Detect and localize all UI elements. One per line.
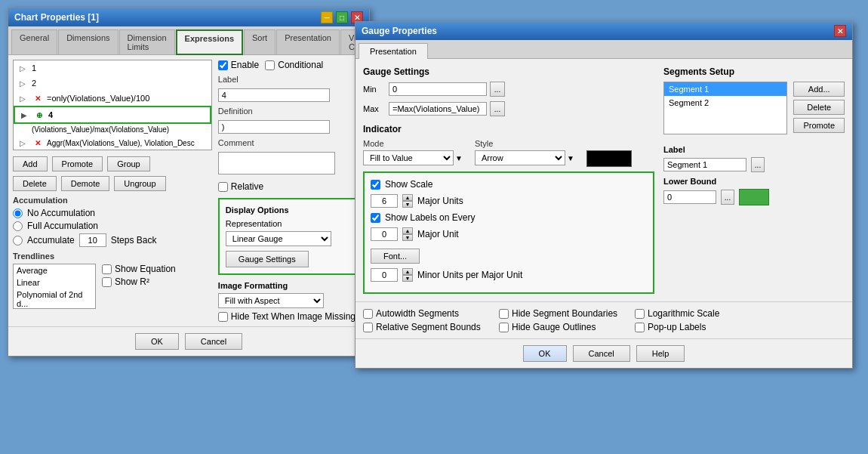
font-button[interactable]: Font... — [371, 249, 420, 264]
gauge-tab-presentation[interactable]: Presentation — [359, 43, 428, 59]
trendlines-area: Average Linear Polynomial of 2nd d... Sh… — [13, 264, 212, 309]
segment-delete-button[interactable]: Delete — [793, 100, 845, 115]
delete-button[interactable]: Delete — [13, 176, 57, 191]
segment-label-title: Label — [663, 145, 845, 154]
segment-item-2[interactable]: Segment 2 — [664, 96, 786, 110]
tab-dimension-limits[interactable]: Dimension Limits — [119, 29, 175, 54]
tab-sort[interactable]: Sort — [244, 29, 275, 54]
accumulate-radio[interactable] — [13, 236, 23, 246]
segments-list[interactable]: Segment 1 Segment 2 — [663, 82, 787, 134]
expr-item-6[interactable]: ▷ ✕ Aggr(Max(Violations_Value), Violatio… — [14, 135, 211, 150]
trend-item-poly[interactable]: Polynomial of 2nd d... — [14, 289, 95, 309]
max-input[interactable] — [389, 102, 487, 116]
segment-add-button[interactable]: Add... — [793, 82, 845, 97]
chart-cancel-button[interactable]: Cancel — [185, 333, 242, 350]
definition-input[interactable] — [218, 120, 330, 134]
gauge-cancel-button[interactable]: Cancel — [573, 345, 630, 362]
add-button[interactable]: Add — [13, 156, 48, 171]
demote-button[interactable]: Demote — [61, 176, 110, 191]
relative-segment-bounds-checkbox[interactable] — [363, 323, 373, 332]
minimize-button[interactable]: ─ — [321, 11, 333, 23]
autowidth-segments-checkbox[interactable] — [363, 309, 373, 319]
hide-text-checkbox[interactable] — [218, 312, 228, 322]
gauge-close-button[interactable]: ✕ — [834, 25, 846, 37]
show-scale-label: Show Scale — [385, 179, 432, 190]
image-fill-select[interactable]: Fill with Aspect — [218, 293, 324, 308]
comment-row: Comment — [218, 138, 365, 147]
label-input[interactable] — [218, 88, 330, 102]
hide-segment-boundaries-label: Hide Segment Boundaries — [512, 308, 617, 319]
trend-item-linear[interactable]: Linear — [14, 276, 95, 289]
gauge-settings-button[interactable]: Gauge Settings — [226, 251, 309, 267]
expand-icon-1[interactable]: ▷ — [17, 62, 29, 74]
relative-checkbox[interactable] — [218, 182, 228, 192]
major-unit-down[interactable]: ▼ — [402, 234, 413, 241]
major-unit-up[interactable]: ▲ — [402, 227, 413, 234]
enable-checkbox[interactable] — [218, 60, 228, 70]
trend-item-average[interactable]: Average — [14, 264, 95, 276]
expr-item-3[interactable]: ▷ ✕ =only(Violations_Value)/100 — [14, 91, 211, 106]
gauge-right-panel: Segments Setup Segment 1 Segment 2 Add..… — [663, 66, 845, 294]
tab-general[interactable]: General — [11, 29, 57, 54]
tab-expressions[interactable]: Expressions — [176, 29, 243, 55]
tab-dimensions[interactable]: Dimensions — [58, 29, 118, 54]
show-labels-checkbox[interactable] — [371, 213, 380, 223]
expand-icon-4[interactable]: ▶ — [18, 109, 30, 121]
chart-ok-button[interactable]: OK — [135, 333, 179, 350]
min-input[interactable] — [389, 82, 487, 96]
expand-icon-6[interactable]: ▷ — [17, 137, 29, 149]
expr-item-5[interactable]: (Violations_Value)/max(Violations_Value) — [14, 124, 211, 135]
segment-promote-button[interactable]: Promote — [793, 118, 845, 133]
ungroup-button[interactable]: Ungroup — [114, 176, 165, 191]
style-select[interactable]: Arrow — [475, 150, 565, 165]
hide-gauge-outlines-checkbox[interactable] — [499, 323, 509, 332]
popup-labels-checkbox[interactable] — [635, 323, 645, 332]
expand-icon-3[interactable]: ▷ — [17, 92, 29, 104]
gauge-content: Gauge Settings Min ... Max ... Ind — [356, 59, 852, 301]
full-accumulation-radio[interactable] — [13, 221, 23, 231]
major-units-up[interactable]: ▲ — [402, 194, 413, 201]
font-btn-row: Font... — [371, 246, 647, 264]
segment-label-input[interactable] — [663, 158, 746, 171]
segment-item-1[interactable]: Segment 1 — [664, 82, 786, 96]
lower-bound-color-swatch[interactable] — [739, 189, 769, 205]
lower-bound-browse[interactable]: ... — [721, 190, 734, 205]
major-units-input[interactable] — [371, 194, 398, 208]
mode-select[interactable]: Fill to Value — [363, 150, 454, 165]
trendlines-list[interactable]: Average Linear Polynomial of 2nd d... — [13, 264, 96, 309]
show-r2-checkbox[interactable] — [102, 277, 112, 287]
maximize-button[interactable]: □ — [336, 11, 348, 23]
expr-item-1[interactable]: ▷ 1 — [14, 60, 211, 76]
color-swatch[interactable] — [586, 150, 632, 167]
popup-labels-label: Pop-up Labels — [648, 322, 706, 332]
steps-back-input[interactable] — [79, 233, 106, 247]
show-scale-checkbox[interactable] — [371, 180, 380, 190]
promote-button[interactable]: Promote — [52, 156, 103, 171]
segment-label-browse[interactable]: ... — [751, 157, 765, 172]
hide-segment-boundaries-checkbox[interactable] — [499, 309, 509, 319]
gauge-help-button[interactable]: Help — [636, 345, 685, 362]
expression-list[interactable]: ▷ 1 ▷ 2 ▷ ✕ =only(Violations_Value)/100 … — [13, 60, 212, 150]
trendlines-section: Trendlines Average Linear Polynomial of … — [13, 252, 212, 309]
major-unit-input[interactable] — [371, 227, 398, 241]
minor-units-input[interactable] — [371, 268, 398, 282]
tab-presentation[interactable]: Presentation — [276, 29, 340, 54]
representation-select[interactable]: Linear Gauge — [226, 231, 331, 246]
min-browse-button[interactable]: ... — [490, 82, 505, 97]
major-units-down[interactable]: ▼ — [402, 201, 413, 208]
comment-input[interactable] — [218, 152, 335, 174]
label-row: Label — [218, 75, 365, 84]
group-button[interactable]: Group — [107, 156, 150, 171]
minor-units-down[interactable]: ▼ — [402, 275, 413, 282]
lower-bound-input[interactable] — [663, 190, 716, 204]
expand-icon-2[interactable]: ▷ — [17, 77, 29, 89]
show-equation-checkbox[interactable] — [102, 264, 112, 274]
conditional-checkbox[interactable] — [265, 60, 275, 70]
gauge-ok-button[interactable]: OK — [523, 345, 567, 362]
expr-item-2[interactable]: ▷ 2 — [14, 76, 211, 91]
expr-item-4[interactable]: ▶ ⊕ 4 — [14, 106, 211, 124]
minor-units-up[interactable]: ▲ — [402, 268, 413, 275]
max-browse-button[interactable]: ... — [490, 101, 505, 116]
logarithmic-scale-checkbox[interactable] — [635, 309, 645, 319]
no-accumulation-radio[interactable] — [13, 208, 23, 218]
